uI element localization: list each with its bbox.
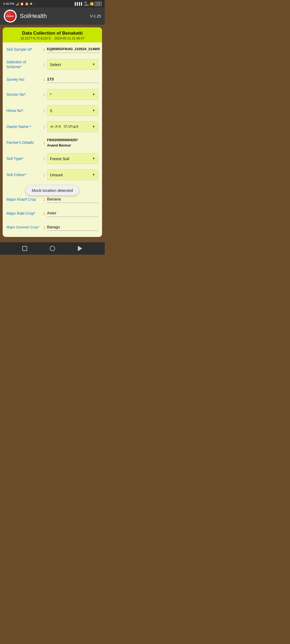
square-icon [22, 246, 27, 251]
farmer-details-row: Farmer's Details : FID0205000004297 Anan… [3, 135, 102, 151]
hissa-dropdown-value: 5 [50, 108, 52, 113]
soil-colour-dropdown-arrow: ▼ [92, 173, 95, 177]
colon-4: : [44, 92, 45, 97]
kharif-crop-value[interactable]: Banana [47, 196, 98, 203]
colon-11: : [44, 211, 45, 216]
surnoc-row: Surnoc No*. : * ▼ [3, 86, 102, 103]
wifi-icon: 📶 [90, 2, 94, 6]
bottom-nav [0, 242, 105, 255]
colon-9: : [44, 173, 45, 177]
rabi-crop-value[interactable]: Aster [47, 210, 98, 217]
surnoc-label: Surnoc No*. [6, 92, 41, 97]
colon-12: : [44, 225, 45, 230]
colon-10: : [44, 197, 45, 202]
nfc-icon: ✖ [30, 2, 32, 6]
soil-type-dropdown-value: Forest Soil [50, 156, 69, 161]
soil-sample-id-label: Soil Sample Id* [6, 47, 41, 52]
scheme-dropdown-value: Select [50, 62, 61, 67]
colon-6: : [44, 125, 45, 129]
vo-wifi-label: VoWiFi [84, 1, 89, 6]
owner-dropdown-value: ಆನಂದ ಬೆಣ್ಣೂರ [50, 125, 80, 129]
kharif-crop-label: Major Kharif Crop [6, 197, 41, 202]
owner-label: Owner Name * [6, 124, 41, 129]
soil-type-row: Soil Type* : Forest Soil ▼ [3, 151, 102, 167]
scheme-dropdown[interactable]: Select ▼ [47, 59, 98, 70]
soil-colour-dropdown-value: Unsure [50, 173, 63, 177]
colon-5: : [44, 108, 45, 113]
time: 9:48 PM [3, 2, 14, 5]
soil-colour-dropdown[interactable]: Unsure ▼ [47, 169, 98, 180]
main-content: Data Collection of Benakatti 16.1577 N,7… [0, 25, 105, 242]
toast-message: Mock location detected [32, 188, 73, 193]
owner-dropdown-arrow: ▼ [92, 125, 95, 129]
moon-icon: 🌙 [15, 2, 19, 6]
soil-type-dropdown[interactable]: Forest Soil ▼ [47, 153, 98, 164]
owner-dropdown[interactable]: ಆನಂದ ಬೆಣ್ಣೂರ ▼ [47, 121, 98, 132]
survey-no-label: Survey No: [6, 77, 41, 82]
farmer-details-label: Farmer's Details [6, 140, 41, 145]
circle-icon [50, 246, 55, 251]
scheme-label: Selection of Scheme* [6, 60, 41, 69]
survey-no-row: Survey No: : 173 [3, 72, 102, 86]
hissa-row: Hissa No*. : 5 ▼ [3, 103, 102, 119]
card-header: Data Collection of Benakatti 16.1577 N,7… [3, 27, 102, 42]
farmer-fid: FID0205000004297 [47, 137, 98, 143]
soil-sample-id-value: EQ8585GF8UIG_210524_214805 [47, 46, 100, 53]
app-header: KSRSAC SoilHealth V-1.25 [0, 8, 105, 25]
colon-2: : [44, 62, 45, 67]
ksrsac-logo: KSRSAC [5, 11, 16, 21]
rabi-crop-label: Major Rabi Crop* [6, 211, 41, 216]
app-version: V-1.25 [90, 14, 101, 18]
status-bar: 9:48 PM 🌙 ⏰ 🔔 ✖ ·· ▌▌▌▌ VoWiFi 📶 100 [0, 0, 105, 8]
surnoc-dropdown-value: * [50, 92, 52, 97]
status-right: ▌▌▌▌ VoWiFi 📶 100 [75, 1, 102, 6]
hissa-dropdown[interactable]: 5 ▼ [47, 105, 98, 116]
colon-3: : [44, 77, 45, 82]
hissa-label: Hissa No*. [6, 108, 41, 113]
scheme-dropdown-arrow: ▼ [92, 63, 95, 66]
surnoc-dropdown-arrow: ▼ [92, 93, 95, 96]
coordinates: 16.1577 N,75.8120 E [20, 36, 51, 40]
surnoc-dropdown[interactable]: * ▼ [47, 89, 98, 100]
soil-type-label: Soil Type* [6, 156, 41, 161]
rabi-crop-row: Major Rabi Crop* : Aster [3, 206, 102, 220]
soil-sample-id-row: Soil Sample Id* : EQ8585GF8UIG_210524_21… [3, 42, 102, 56]
soil-type-dropdown-arrow: ▼ [92, 157, 95, 160]
back-button[interactable] [76, 245, 84, 252]
owner-row: Owner Name * : ಆನಂದ ಬೆಣ್ಣೂರ ▼ [3, 119, 102, 135]
app-name: SoilHealth [20, 13, 90, 20]
summer-crop-value[interactable]: Baragu [47, 224, 98, 231]
recent-apps-button[interactable] [21, 245, 28, 252]
battery-icon: 100 [95, 2, 102, 6]
farmer-name: Anand Bennur [47, 143, 98, 148]
colon-1: : [44, 47, 45, 52]
form-card: Data Collection of Benakatti 16.1577 N,7… [3, 27, 102, 237]
colon-7: : [44, 140, 45, 145]
scheme-row: Selection of Scheme* : Select ▼ [3, 56, 102, 72]
card-subtitle: 16.1577 N,75.8120 E 2024-05-21 21:48:47 [7, 36, 98, 40]
status-left: 9:48 PM 🌙 ⏰ 🔔 ✖ ·· [3, 2, 35, 6]
notification-icon: 🔔 [25, 2, 29, 6]
alarm-icon: ⏰ [20, 2, 24, 6]
logo-text: KSRSAC [6, 15, 14, 17]
more-icon: ·· [33, 2, 35, 5]
triangle-icon [78, 246, 82, 251]
app-logo: KSRSAC [4, 10, 17, 23]
summer-crop-label: Major Summer Crop* [6, 225, 41, 230]
survey-no-value[interactable]: 173 [47, 76, 98, 83]
hissa-dropdown-arrow: ▼ [92, 109, 95, 112]
farmer-details-value: FID0205000004297 Anand Bennur [47, 137, 98, 148]
colon-8: : [44, 156, 45, 161]
soil-colour-label: Soil Colour* [6, 172, 41, 177]
mock-location-toast: Mock location detected [26, 185, 79, 195]
datetime: 2024-05-21 21:48:47 [55, 36, 84, 40]
signal-icon: ▌▌▌▌ [75, 2, 83, 5]
card-title: Data Collection of Benakatti [7, 31, 98, 36]
summer-crop-row: Major Summer Crop* : Baragu [3, 220, 102, 234]
home-button[interactable] [49, 245, 56, 252]
soil-colour-row: Soil Colour* : Unsure ▼ [3, 167, 102, 183]
